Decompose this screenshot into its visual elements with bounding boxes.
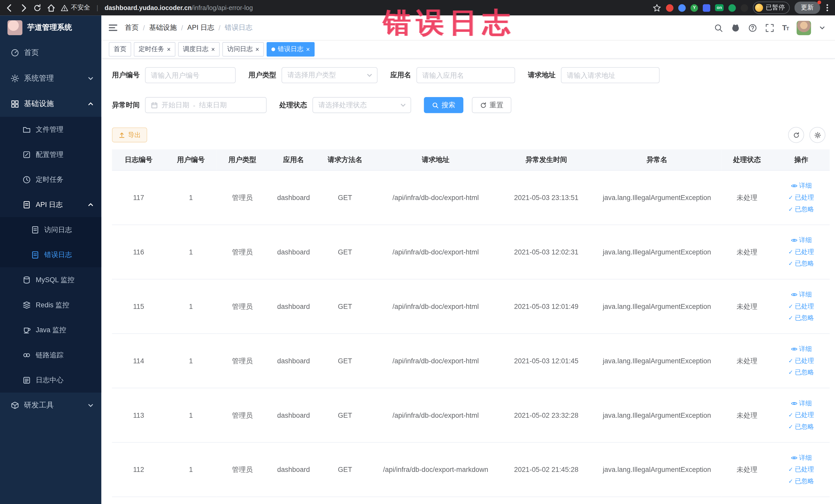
profile-paused-badge[interactable]: 已暂停 <box>753 2 790 14</box>
tab-scheduled-jobs[interactable]: 定时任务 × <box>134 42 175 57</box>
fullscreen-icon[interactable] <box>765 23 774 32</box>
sidebar-item-home[interactable]: 首页 <box>0 40 101 66</box>
detail-link[interactable]: 详细 <box>791 345 812 354</box>
sidebar-item-system[interactable]: 系统管理 <box>0 66 101 92</box>
browser-menu-icon[interactable] <box>825 4 830 11</box>
sidebar-item-api-log[interactable]: API 日志 <box>0 192 101 217</box>
app-logo[interactable]: 芋道管理系统 <box>0 15 101 40</box>
check-icon: ✓ <box>788 315 793 322</box>
sidebar-item-redis-monitor[interactable]: Redis 监控 <box>0 292 101 317</box>
extension-on-badge[interactable]: on <box>715 4 724 11</box>
app-name-label: 应用名 <box>390 70 411 80</box>
close-icon[interactable]: × <box>306 46 310 53</box>
forward-icon[interactable] <box>19 4 28 12</box>
extension-icon-green-y[interactable]: Y <box>691 4 698 12</box>
detail-link[interactable]: 详细 <box>791 181 812 190</box>
sidebar-item-java-monitor[interactable]: Java 监控 <box>0 317 101 343</box>
request-url-input[interactable] <box>561 67 659 83</box>
col-exception-time: 异常发生时间 <box>500 149 592 170</box>
bookmark-star-icon[interactable] <box>653 4 661 12</box>
mark-ignored-link[interactable]: ✓已忽略 <box>788 477 814 486</box>
mark-ignored-link[interactable]: ✓已忽略 <box>788 422 814 431</box>
extension-icon-leaf[interactable] <box>729 4 736 12</box>
extension-icon-red[interactable] <box>666 4 674 12</box>
refresh-icon <box>480 102 487 108</box>
user-type-select[interactable]: 请选择用户类型 <box>282 67 378 83</box>
github-icon[interactable] <box>731 23 740 32</box>
table-row: 115 1 管理员 dashboard GET /api/infra/db-do… <box>112 279 830 334</box>
address-bar[interactable]: dashboard.yudao.iocoder.cn/infra/log/api… <box>104 4 647 12</box>
app-title: 芋道管理系统 <box>27 23 72 32</box>
font-size-icon[interactable]: TT <box>782 23 789 32</box>
tab-error-log[interactable]: 错误日志 × <box>267 42 315 57</box>
reset-button[interactable]: 重置 <box>472 97 511 113</box>
tab-access-log[interactable]: 访问日志 × <box>222 42 264 57</box>
col-request-url: 请求地址 <box>371 149 500 170</box>
process-status-select[interactable]: 请选择处理状态 <box>312 97 411 113</box>
chrome-update-button[interactable]: 更新 <box>794 2 820 14</box>
warning-triangle-icon <box>61 4 68 12</box>
refresh-table-button[interactable] <box>788 127 804 143</box>
exception-time-label: 异常时间 <box>112 100 140 110</box>
mark-processed-link[interactable]: ✓已处理 <box>788 356 814 365</box>
eye-icon <box>791 291 797 298</box>
mark-processed-link[interactable]: ✓已处理 <box>788 247 814 257</box>
user-id-input[interactable] <box>145 67 236 83</box>
breadcrumb-item-api-log[interactable]: API 日志 <box>187 23 214 32</box>
process-status-label: 处理状态 <box>280 100 307 110</box>
sidebar-item-access-log[interactable]: 访问日志 <box>0 217 101 242</box>
sidebar-item-log-center[interactable]: 日志中心 <box>0 367 101 392</box>
mark-processed-link[interactable]: ✓已处理 <box>788 302 814 311</box>
column-settings-button[interactable] <box>809 127 825 143</box>
sidebar-item-dev-tools[interactable]: 研发工具 <box>0 392 101 418</box>
table-tools <box>788 127 825 143</box>
mark-processed-link[interactable]: ✓已处理 <box>788 411 814 420</box>
breadcrumb: 首页 / 基础设施 / API 日志 / 错误日志 <box>125 23 252 32</box>
extension-icon-grid[interactable] <box>703 4 710 12</box>
sidebar-item-infrastructure[interactable]: 基础设施 <box>0 91 101 117</box>
detail-link[interactable]: 详细 <box>791 453 812 462</box>
breadcrumb-item-home[interactable]: 首页 <box>125 23 139 32</box>
help-icon[interactable] <box>748 23 757 32</box>
search-button[interactable]: 搜索 <box>424 97 463 113</box>
mark-processed-link[interactable]: ✓已处理 <box>788 465 814 474</box>
security-warning[interactable]: 不安全 <box>61 3 90 12</box>
mark-ignored-link[interactable]: ✓已忽略 <box>788 259 814 268</box>
search-icon[interactable] <box>714 23 723 32</box>
sidebar-item-file-management[interactable]: 文件管理 <box>0 117 101 142</box>
tab-dispatch-log[interactable]: 调度日志 × <box>178 42 220 57</box>
close-icon[interactable]: × <box>211 46 215 53</box>
sidebar-toggle-icon[interactable] <box>109 25 117 31</box>
detail-link[interactable]: 详细 <box>791 399 812 408</box>
sidebar-item-trace[interactable]: 链路追踪 <box>0 343 101 368</box>
chevron-down-icon[interactable] <box>819 25 826 31</box>
header-actions: TT <box>714 21 825 35</box>
app-name-input[interactable] <box>416 67 515 83</box>
home-icon[interactable] <box>47 4 56 12</box>
extension-icon-blue[interactable] <box>678 4 686 12</box>
mark-ignored-link[interactable]: ✓已忽略 <box>788 314 814 322</box>
col-actions: 操作 <box>773 149 830 170</box>
exception-time-range-picker[interactable]: 开始日期 - 结束日期 <box>145 97 267 113</box>
sidebar-item-config-management[interactable]: 配置管理 <box>0 142 101 167</box>
tab-home[interactable]: 首页 <box>109 42 131 57</box>
chevron-up-icon <box>87 201 94 208</box>
reload-icon[interactable] <box>33 4 42 12</box>
user-avatar[interactable] <box>796 21 811 35</box>
mark-ignored-link[interactable]: ✓已忽略 <box>788 205 814 214</box>
export-button[interactable]: 导出 <box>112 127 147 142</box>
mark-processed-link[interactable]: ✓已处理 <box>788 193 814 202</box>
close-icon[interactable]: × <box>256 46 259 53</box>
breadcrumb-item-infra[interactable]: 基础设施 <box>149 23 177 32</box>
detail-link[interactable]: 详细 <box>791 236 812 245</box>
detail-link[interactable]: 详细 <box>791 290 812 299</box>
sidebar-item-error-log[interactable]: 错误日志 <box>0 242 101 267</box>
back-icon[interactable] <box>5 4 14 12</box>
address-separator: | <box>97 4 98 12</box>
close-icon[interactable]: × <box>167 46 171 53</box>
check-icon: ✓ <box>788 423 793 430</box>
sidebar-item-mysql-monitor[interactable]: MySQL 监控 <box>0 267 101 293</box>
mark-ignored-link[interactable]: ✓已忽略 <box>788 368 814 377</box>
extension-icon-paw[interactable] <box>740 4 748 12</box>
sidebar-item-scheduled-jobs[interactable]: 定时任务 <box>0 167 101 192</box>
